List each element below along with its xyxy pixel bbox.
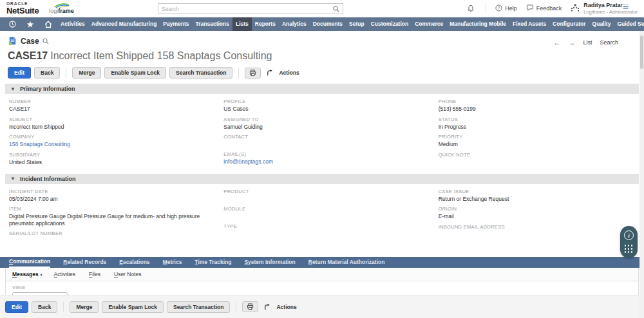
tab-list-icon[interactable]	[621, 2, 630, 14]
nav-item[interactable]: Quality	[589, 17, 614, 31]
home-icon[interactable]	[39, 17, 57, 31]
nav-item[interactable]: Payments	[160, 17, 192, 31]
field-label: INBOUND EMAIL ADDRESS	[439, 224, 635, 230]
field: COMPANY 158 Snaptags Consulting	[9, 134, 205, 148]
record-tab[interactable]: System Information	[244, 257, 295, 267]
view-label: VIEW	[12, 285, 632, 290]
case-number: CASE17	[8, 50, 48, 61]
edit-button[interactable]: Edit	[8, 67, 31, 79]
field: EMAIL(S) info@Snaptags.com	[223, 151, 420, 165]
nav-item[interactable]: Guided Selling	[614, 17, 644, 31]
chevron-down-icon: ▼	[10, 86, 15, 92]
actions-arrow-icon[interactable]	[264, 68, 276, 78]
global-search-input[interactable]	[162, 6, 333, 12]
record-tab[interactable]: Communication	[9, 257, 50, 268]
global-search	[158, 3, 343, 14]
feedback-icon	[526, 5, 534, 12]
svg-text:?: ?	[498, 6, 500, 10]
previous-record-arrow[interactable]: ←	[553, 39, 560, 46]
actions-menu[interactable]: Actions	[279, 70, 299, 76]
nav-item[interactable]: Reports	[252, 17, 279, 31]
field-value: CASE17	[9, 106, 205, 113]
notification-bell-icon[interactable]	[465, 3, 477, 14]
logiframe-logo: logiframe	[49, 3, 74, 14]
field: PROFILE US Cases	[223, 98, 420, 113]
field-value	[223, 230, 420, 237]
field-value: (513) 555-0199	[439, 106, 635, 113]
nav-item[interactable]: Fixed Assets	[509, 17, 549, 31]
messages-subtab[interactable]: Activities	[53, 271, 77, 277]
nav-item[interactable]: Commerce	[412, 17, 446, 31]
recents-icon[interactable]	[4, 17, 21, 31]
case-title-text: Incorrect Item Shipped 158 Snaptags Cons…	[50, 50, 272, 61]
field: SUBJECT Incorrect Item Shipped	[9, 117, 205, 131]
record-tab[interactable]: Metrics	[163, 257, 182, 267]
next-record-arrow[interactable]: →	[568, 39, 575, 46]
info-icon[interactable]: i	[624, 230, 634, 240]
incident-information-header[interactable]: ▼ Incident Information	[5, 174, 639, 184]
field-value: 158 Snaptags Consulting	[9, 141, 205, 148]
merge-button[interactable]: Merge	[72, 67, 101, 79]
field: PHONE (513) 555-0199	[439, 98, 635, 113]
nav-items: Activities Advanced Manufacturing Paymen…	[57, 17, 644, 31]
field: TYPE	[223, 223, 420, 237]
nav-item[interactable]: Transactions	[193, 17, 232, 31]
nav-item[interactable]: Advanced Manufacturing	[88, 17, 160, 31]
search-transaction-button-bottom[interactable]: Search Transaction	[167, 301, 230, 313]
top-bar: ORACLE NetSuite logiframe ?	[0, 0, 644, 17]
page-header: Case ← → List Search CASE17Incorrect Ite…	[0, 31, 644, 62]
enable-spam-lock-button[interactable]: Enable Spam Lock	[104, 67, 166, 79]
search-icon[interactable]	[333, 6, 339, 12]
nav-item[interactable]: Analytics	[279, 17, 310, 31]
field: ASSIGNED TO Samuel Guiding	[223, 117, 420, 131]
primary-info-col1: NUMBER CASE17 SUBJECT Incorrect Item Shi…	[9, 98, 205, 170]
enable-spam-lock-button-bottom[interactable]: Enable Spam Lock	[102, 301, 164, 313]
field: INCIDENT DATE 05/03/2024 7:00 am	[9, 189, 205, 203]
back-button[interactable]: Back	[34, 67, 60, 79]
nav-item[interactable]: Customization	[368, 17, 412, 31]
messages-subtab-bar: Messages• Activities Files User Notes	[6, 268, 638, 281]
nav-item[interactable]: Setup	[346, 17, 368, 31]
print-button-bottom[interactable]	[242, 301, 258, 312]
field-label: STATUS	[439, 117, 635, 122]
record-tab[interactable]: Return Material Authorization	[308, 257, 385, 267]
shortcuts-star-icon[interactable]	[21, 17, 39, 31]
edit-button-bottom[interactable]: Edit	[5, 301, 28, 313]
record-tab[interactable]: Escalations	[119, 257, 149, 267]
field-label: SUBSIDIARY	[9, 152, 205, 158]
shortcuts-grid-icon[interactable]	[625, 245, 634, 254]
feedback-button[interactable]: Feedback	[526, 5, 562, 12]
field-label: COMPANY	[9, 134, 205, 140]
print-button[interactable]	[245, 68, 261, 79]
scrollbar-thumb[interactable]	[640, 35, 643, 69]
merge-button-bottom[interactable]: Merge	[70, 301, 99, 313]
field: NUMBER CASE17	[9, 98, 205, 113]
nav-item[interactable]: Documents	[310, 17, 346, 31]
search-transaction-button[interactable]: Search Transaction	[169, 67, 232, 79]
actions-arrow-icon[interactable]	[261, 302, 273, 312]
field: CASE ISSUE Return or Exchange Request	[439, 189, 635, 203]
help-button[interactable]: ? Help	[495, 5, 517, 12]
actions-menu-bottom[interactable]: Actions	[276, 304, 296, 310]
field-label: ITEM	[9, 206, 205, 212]
nav-item[interactable]: Manufacturing Mobile	[446, 17, 509, 31]
messages-subtab[interactable]: Messages•	[12, 271, 42, 277]
messages-subtab[interactable]: Files	[89, 271, 102, 277]
list-link[interactable]: List	[583, 39, 592, 46]
record-tab[interactable]: Related Records	[63, 257, 106, 267]
field-value: info@Snaptags.com	[223, 158, 420, 165]
netsuite-logo: ORACLE NetSuite	[6, 2, 39, 15]
search-link[interactable]: Search	[600, 39, 618, 46]
field-label: INCIDENT DATE	[9, 189, 205, 194]
field: SUBSIDIARY United States	[9, 152, 205, 166]
field-label: SUBJECT	[9, 117, 205, 122]
primary-information-header[interactable]: ▼ Primary Information	[5, 84, 639, 94]
messages-subtab[interactable]: User Notes	[114, 271, 144, 277]
record-subtab-bar: Communication Related Records Escalation…	[0, 257, 644, 268]
back-button-bottom[interactable]: Back	[32, 301, 57, 313]
record-search-icon[interactable]	[43, 38, 49, 44]
nav-item[interactable]: Lists	[232, 17, 252, 31]
record-tab[interactable]: Time Tracking	[194, 257, 231, 267]
nav-item[interactable]: Activities	[57, 17, 88, 31]
nav-item[interactable]: Configurator	[549, 17, 589, 31]
